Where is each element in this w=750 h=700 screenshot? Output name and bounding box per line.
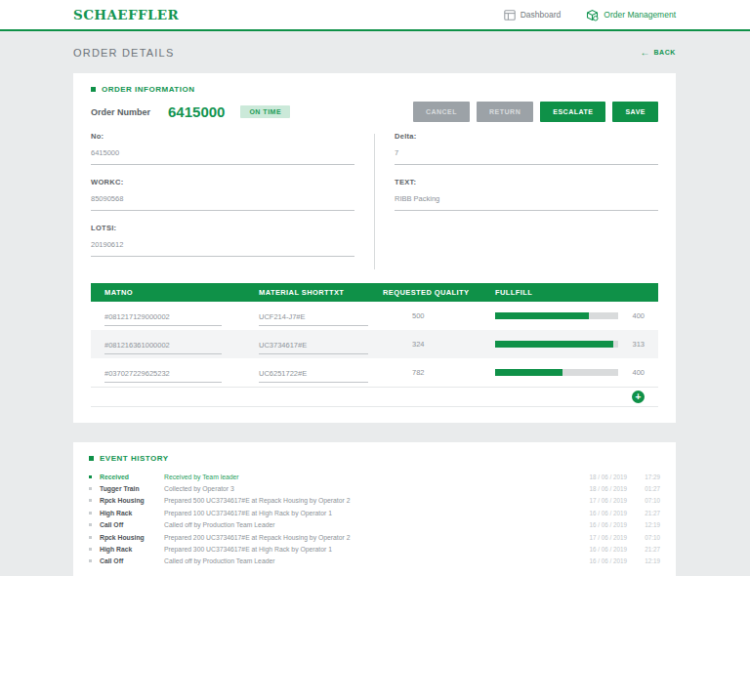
event-bullet-icon: [89, 559, 92, 562]
order-fields-left-column: No: WORKC: LOTSI:: [91, 132, 354, 269]
materials-table: MATNO MATERIAL SHORTTXT REQUESTED QUALIT…: [91, 283, 658, 407]
workc-field-group: WORKC:: [91, 178, 354, 211]
fullfill-progress-fill: [495, 312, 589, 319]
order-information-card: ORDER INFORMATION Order Number 6415000 O…: [73, 73, 676, 423]
lotsi-field[interactable]: [91, 240, 354, 257]
page-header: ORDER DETAILS ← BACK: [0, 31, 750, 73]
materials-table-header: MATNO MATERIAL SHORTTXT REQUESTED QUALIT…: [91, 283, 658, 302]
event-description: Collected by Operator 3: [164, 485, 574, 492]
delta-field[interactable]: [395, 148, 658, 165]
event-row: High Rack Prepared 300 UC3734617#E at Hi…: [89, 543, 660, 555]
order-number-row: Order Number 6415000 ON TIME CANCEL RETU…: [91, 102, 658, 122]
order-information-title-label: ORDER INFORMATION: [102, 85, 194, 94]
section-bullet-icon: [89, 456, 94, 461]
status-badge: ON TIME: [240, 105, 290, 118]
shorttxt-input[interactable]: [259, 312, 368, 326]
event-description: Prepared 300 UC3734617#E at High Rack by…: [164, 546, 574, 553]
event-time: 17:29: [635, 474, 660, 480]
back-arrow-icon: ←: [640, 48, 649, 58]
no-field[interactable]: [91, 148, 354, 165]
workc-field[interactable]: [91, 194, 354, 211]
event-history-title-label: EVENT HISTORY: [100, 454, 169, 463]
header-material-shorttxt: MATERIAL SHORTTXT: [259, 288, 383, 297]
delta-field-group: Delta:: [395, 132, 658, 165]
fullfill-progress-bar: [495, 341, 618, 348]
fields-divider: [374, 134, 375, 269]
text-field-group: TEXT:: [395, 178, 658, 211]
dashboard-icon: [504, 10, 516, 21]
event-date: 17 / 06 / 2019: [574, 497, 627, 504]
event-row: High Rack Prepared 100 UC3734617#E at Hi…: [89, 507, 660, 518]
table-row: 500 400: [91, 302, 658, 330]
event-label: High Rack: [100, 510, 164, 516]
event-label: Rpck Housing: [100, 534, 164, 541]
header-matno: MATNO: [104, 288, 259, 297]
fullfill-progress-fill: [495, 341, 613, 348]
page-title: ORDER DETAILS: [73, 47, 174, 59]
event-row: Rpck Housing Prepared 200 UC3734617#E at…: [89, 531, 660, 543]
event-time: 21:27: [635, 546, 660, 553]
header-requested-quality: REQUESTED QUALITY: [383, 288, 495, 297]
table-row: 782 400: [91, 358, 658, 387]
event-bullet-icon: [89, 499, 92, 502]
event-history-card: EVENT HISTORY Received Received by Team …: [73, 442, 676, 585]
event-time: 21:27: [635, 510, 660, 516]
materials-table-footer: +: [91, 387, 658, 407]
header-fullfill: FULLFILL: [495, 288, 645, 297]
event-row: Received Received by Team leader 18 / 06…: [89, 471, 660, 482]
shorttxt-input[interactable]: [259, 341, 368, 354]
escalate-button[interactable]: ESCALATE: [540, 102, 605, 122]
lotsi-field-label: LOTSI:: [91, 224, 354, 232]
event-bullet-icon: [89, 523, 92, 526]
save-button[interactable]: SAVE: [612, 102, 658, 122]
matno-input[interactable]: [104, 312, 222, 326]
nav-dashboard[interactable]: Dashboard: [504, 10, 562, 21]
add-row-button[interactable]: +: [632, 391, 645, 403]
event-bullet-icon: [89, 548, 92, 551]
matno-input[interactable]: [104, 341, 222, 354]
event-row: Rpck Housing Prepared 500 UC3734617#E at…: [89, 495, 660, 507]
nav-order-management[interactable]: Order Management: [586, 9, 676, 21]
order-fields-right-column: Delta: TEXT:: [395, 132, 658, 269]
text-field-label: TEXT:: [395, 178, 658, 186]
requested-quality-value: 782: [383, 368, 495, 377]
order-number-value: 6415000: [168, 103, 225, 120]
event-label: Received: [100, 474, 164, 480]
action-buttons: CANCEL RETURN ESCALATE SAVE: [413, 102, 658, 122]
event-date: 16 / 06 / 2019: [574, 546, 627, 553]
matno-input[interactable]: [104, 369, 222, 383]
order-information-section-title: ORDER INFORMATION: [91, 85, 658, 94]
shorttxt-input[interactable]: [259, 369, 368, 383]
lotsi-field-group: LOTSI:: [91, 224, 354, 257]
event-time: 12:19: [635, 557, 660, 564]
event-date: 18 / 06 / 2019: [574, 474, 627, 480]
event-bullet-icon: [89, 487, 92, 490]
fullfill-value: 313: [632, 340, 645, 349]
workc-field-label: WORKC:: [91, 178, 354, 186]
event-description: Prepared 500 UC3734617#E at Repack Housi…: [164, 497, 574, 504]
event-label: Call Off: [100, 521, 164, 528]
event-date: 16 / 06 / 2019: [574, 521, 627, 528]
requested-quality-value: 500: [383, 311, 495, 320]
cancel-button[interactable]: CANCEL: [413, 102, 470, 122]
event-description: Received by Team leader: [164, 474, 574, 480]
fullfill-progress-bar: [495, 369, 618, 376]
delta-field-label: Delta:: [395, 132, 658, 141]
back-button[interactable]: ← BACK: [640, 48, 676, 58]
order-fields: No: WORKC: LOTSI: Delta:: [91, 132, 658, 269]
fullfill-value: 400: [632, 311, 645, 320]
nav-order-management-label: Order Management: [604, 10, 676, 20]
event-bullet-icon: [89, 475, 92, 478]
no-field-group: No:: [91, 132, 354, 165]
return-button[interactable]: RETURN: [477, 102, 533, 122]
event-description: Prepared 100 UC3734617#E at High Rack by…: [164, 510, 574, 516]
event-time: 01:27: [635, 485, 660, 492]
order-number-label: Order Number: [91, 107, 150, 117]
event-row: Tugger Train Collected by Operator 3 18 …: [89, 482, 660, 494]
text-field[interactable]: [395, 194, 658, 211]
order-number-group: Order Number 6415000 ON TIME: [91, 103, 290, 120]
event-date: 16 / 06 / 2019: [574, 510, 627, 516]
main-nav: Dashboard Order Management: [504, 9, 676, 21]
event-bullet-icon: [89, 536, 92, 539]
event-label: Call Off: [100, 557, 164, 564]
